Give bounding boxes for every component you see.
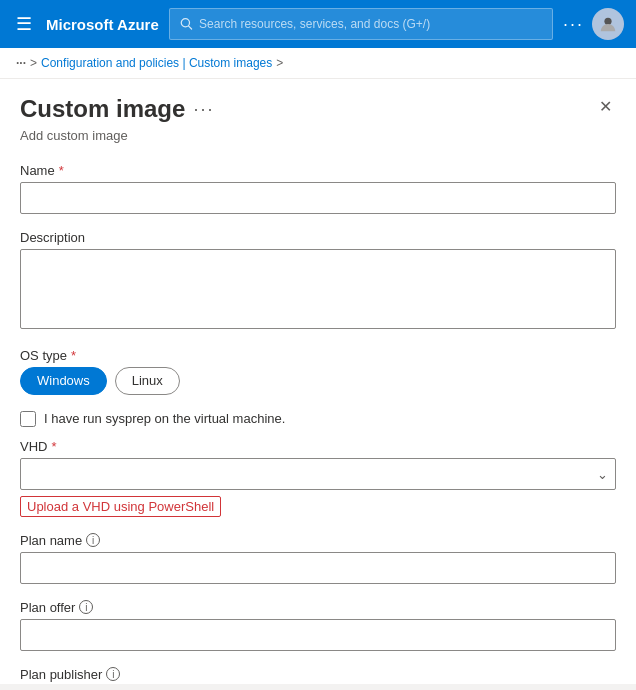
breadcrumb: ··· > Configuration and policies | Custo… xyxy=(0,48,636,79)
vhd-select[interactable] xyxy=(20,458,616,490)
os-type-required: * xyxy=(71,348,76,363)
main-content: Custom image ··· ✕ Add custom image Name… xyxy=(0,79,636,684)
breadcrumb-dots[interactable]: ··· xyxy=(16,56,26,70)
plan-name-group: Plan name i xyxy=(20,533,616,584)
os-linux-button[interactable]: Linux xyxy=(115,367,180,395)
plan-name-info-icon[interactable]: i xyxy=(86,533,100,547)
hamburger-icon[interactable]: ☰ xyxy=(12,9,36,39)
os-windows-button[interactable]: Windows xyxy=(20,367,107,395)
description-group: Description xyxy=(20,230,616,332)
topbar: ☰ Microsoft Azure ··· xyxy=(0,0,636,48)
topbar-more-icon[interactable]: ··· xyxy=(563,14,584,35)
vhd-group: VHD * ⌄ Upload a VHD using PowerShell xyxy=(20,439,616,517)
svg-line-1 xyxy=(188,26,191,29)
name-label: Name * xyxy=(20,163,616,178)
sysprep-checkbox[interactable] xyxy=(20,411,36,427)
plan-offer-group: Plan offer i xyxy=(20,600,616,651)
search-bar[interactable] xyxy=(169,8,553,40)
breadcrumb-link-config[interactable]: Configuration and policies | Custom imag… xyxy=(41,56,272,70)
svg-point-2 xyxy=(604,18,611,25)
description-textarea[interactable] xyxy=(20,249,616,329)
sysprep-label: I have run sysprep on the virtual machin… xyxy=(44,411,285,426)
plan-offer-input[interactable] xyxy=(20,619,616,651)
vhd-select-wrapper: ⌄ xyxy=(20,458,616,490)
topbar-right: ··· xyxy=(563,8,624,40)
name-required: * xyxy=(59,163,64,178)
breadcrumb-sep2: > xyxy=(276,56,283,70)
os-type-label: OS type * xyxy=(20,348,616,363)
page-title: Custom image xyxy=(20,95,185,124)
page-title-row: Custom image ··· xyxy=(20,95,214,124)
plan-offer-info-icon[interactable]: i xyxy=(79,600,93,614)
search-icon xyxy=(180,17,193,31)
page-header: Custom image ··· ✕ xyxy=(20,95,616,124)
page-options-icon[interactable]: ··· xyxy=(193,99,214,120)
plan-publisher-label: Plan publisher i xyxy=(20,667,616,682)
plan-name-input[interactable] xyxy=(20,552,616,584)
search-input[interactable] xyxy=(199,17,542,31)
close-button[interactable]: ✕ xyxy=(595,95,616,119)
os-type-buttons: Windows Linux xyxy=(20,367,616,395)
plan-publisher-group: Plan publisher i xyxy=(20,667,616,684)
name-input[interactable] xyxy=(20,182,616,214)
avatar[interactable] xyxy=(592,8,624,40)
plan-name-label: Plan name i xyxy=(20,533,616,548)
os-type-group: OS type * Windows Linux xyxy=(20,348,616,395)
vhd-required: * xyxy=(51,439,56,454)
sysprep-row: I have run sysprep on the virtual machin… xyxy=(20,411,616,427)
azure-logo: Microsoft Azure xyxy=(46,16,159,33)
plan-publisher-info-icon[interactable]: i xyxy=(106,667,120,681)
description-label: Description xyxy=(20,230,616,245)
page-subtitle: Add custom image xyxy=(20,128,616,143)
plan-offer-label: Plan offer i xyxy=(20,600,616,615)
vhd-label: VHD * xyxy=(20,439,616,454)
name-group: Name * xyxy=(20,163,616,214)
upload-vhd-link[interactable]: Upload a VHD using PowerShell xyxy=(20,496,221,517)
breadcrumb-sep1: > xyxy=(30,56,37,70)
